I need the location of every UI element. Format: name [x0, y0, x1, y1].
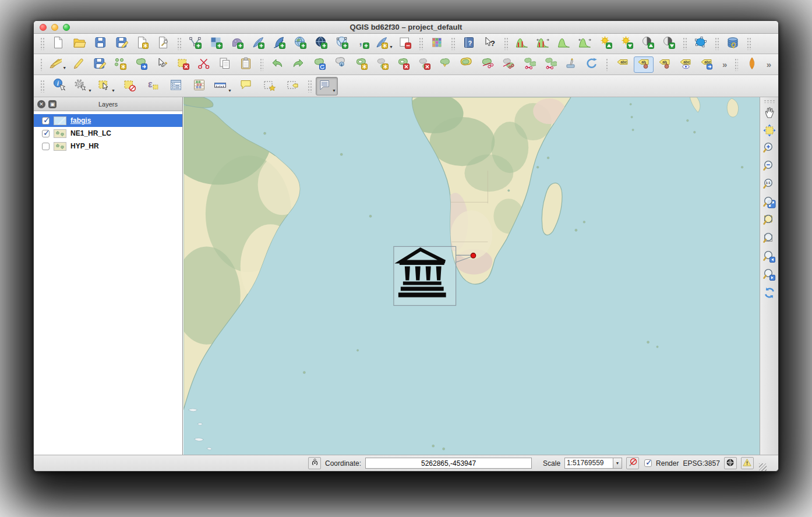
toolbar-drag-handle[interactable]	[606, 58, 609, 71]
current-edits-dropdown-icon[interactable]: ▼	[62, 66, 66, 72]
zoom-native-button[interactable]: 1:1	[761, 178, 778, 193]
measure-line-button[interactable]: ▼	[211, 77, 234, 95]
point-marker[interactable]	[471, 253, 475, 258]
save-project-as-button[interactable]	[111, 36, 131, 52]
pin-unpin-labels-button[interactable]: ab	[634, 56, 654, 73]
merge-features-button[interactable]	[519, 56, 539, 73]
zoom-next-button[interactable]	[761, 268, 778, 284]
add-raster-layer-button[interactable]	[206, 36, 226, 52]
panel-close-icon[interactable]: ✕	[37, 100, 45, 108]
toolbar-drag-handle[interactable]	[308, 80, 312, 93]
zoom-full-button[interactable]	[761, 196, 778, 211]
zoom-to-selection-button[interactable]	[761, 214, 778, 229]
delete-part-button[interactable]	[414, 56, 434, 73]
add-part-button[interactable]	[372, 56, 392, 73]
pan-map-button[interactable]	[761, 106, 778, 121]
add-feature-button[interactable]	[110, 56, 130, 73]
highlight-pinned-labels-button[interactable]: ab	[655, 56, 675, 73]
rotate-point-symbols-button[interactable]	[582, 56, 602, 73]
scale-dropdown-icon[interactable]: ▼	[613, 458, 622, 469]
zoom-out-button[interactable]	[761, 160, 778, 175]
refresh-map-button[interactable]	[761, 286, 778, 302]
scale-value[interactable]: 1:51769559	[564, 458, 613, 469]
split-features-button[interactable]	[477, 56, 497, 73]
simplify-feature-button[interactable]	[330, 56, 350, 73]
delete-selected-button[interactable]	[173, 56, 193, 73]
show-bookmarks-button[interactable]	[281, 77, 303, 95]
undo-button[interactable]	[267, 56, 287, 73]
stop-render-button[interactable]	[626, 457, 639, 469]
layer-item-fabgis[interactable]: fabgis	[34, 114, 182, 127]
add-postgis-layer-button[interactable]	[227, 36, 247, 52]
db-manager-button[interactable]: Q	[723, 36, 743, 52]
delete-ring-button[interactable]	[393, 56, 413, 73]
add-delimited-text-layer-button[interactable]: ,	[353, 36, 373, 52]
cut-features-button[interactable]	[194, 56, 214, 73]
help-contents-button[interactable]: ?	[459, 36, 479, 52]
crs-status-button[interactable]	[724, 457, 737, 469]
new-shapefile-layer-button[interactable]: ▼	[374, 36, 394, 52]
decrease-brightness-button[interactable]	[617, 36, 637, 52]
add-mssql-layer-button[interactable]	[269, 36, 289, 52]
offset-point-symbols-button[interactable]	[561, 56, 581, 73]
toolbar-drag-handle[interactable]	[683, 37, 687, 50]
run-feature-action-dropdown-icon[interactable]: ▼	[88, 88, 92, 95]
identify-features-button[interactable]: i	[48, 77, 70, 95]
new-project-button[interactable]	[48, 36, 68, 52]
paste-features-button[interactable]	[236, 56, 256, 73]
toolbar-overflow-button[interactable]: »	[763, 59, 775, 69]
toolbar-drag-handle[interactable]	[419, 37, 423, 50]
coordinate-input[interactable]	[365, 458, 532, 469]
whats-this-button[interactable]: ?	[480, 36, 500, 52]
full-histogram-stretch-button[interactable]	[533, 36, 553, 52]
increase-brightness-button[interactable]	[596, 36, 616, 52]
style-manager-button[interactable]	[427, 36, 447, 52]
remove-layer-button[interactable]	[395, 36, 415, 52]
layer-item-NE1_HR_LC[interactable]: NE1_HR_LC	[34, 127, 182, 140]
resize-grip[interactable]	[759, 463, 767, 471]
layer-visibility-checkbox[interactable]	[42, 117, 50, 125]
merge-attributes-button[interactable]	[540, 56, 560, 73]
toolbar-drag-handle[interactable]	[504, 37, 508, 50]
select-by-expression-button[interactable]: ε	[142, 77, 164, 95]
move-label-button[interactable]: abc	[697, 56, 716, 73]
copy-features-button[interactable]	[215, 56, 235, 73]
composer-manager-button[interactable]	[153, 36, 173, 52]
save-project-button[interactable]	[90, 36, 110, 52]
node-tool-button[interactable]	[152, 56, 172, 73]
label-toolbar-overflow-button[interactable]: »	[719, 59, 730, 69]
layer-labeling-options-button[interactable]: abc	[613, 56, 633, 73]
map-tips-button[interactable]	[235, 77, 257, 95]
toggle-extents-button[interactable]	[308, 457, 321, 469]
messages-button[interactable]	[741, 457, 754, 469]
layer-item-HYP_HR[interactable]: HYP_HR	[34, 140, 182, 153]
move-feature-button[interactable]	[131, 56, 151, 73]
render-checkbox[interactable]	[644, 459, 652, 467]
add-wfs-layer-button[interactable]	[332, 36, 352, 52]
pan-to-selection-button[interactable]	[761, 124, 778, 139]
panel-float-icon[interactable]: ▣	[48, 100, 57, 108]
zoom-to-layer-button[interactable]	[761, 232, 778, 247]
deselect-all-button[interactable]	[118, 77, 140, 95]
show-hide-labels-button[interactable]: abc	[676, 56, 696, 73]
open-project-button[interactable]	[69, 36, 89, 52]
text-annotation-button[interactable]: ▼	[316, 77, 338, 95]
toolbar-drag-handle[interactable]	[735, 58, 737, 71]
zoom-last-button[interactable]	[761, 250, 778, 265]
new-shapefile-layer-dropdown-icon[interactable]: ▼	[389, 45, 393, 51]
current-edits-button[interactable]: ▼	[47, 56, 67, 73]
layer-visibility-checkbox[interactable]	[42, 130, 50, 137]
add-wms-layer-button[interactable]	[290, 36, 310, 52]
add-spatialite-layer-button[interactable]	[248, 36, 268, 52]
grass-tools-button[interactable]	[742, 56, 762, 73]
measure-line-dropdown-icon[interactable]: ▼	[228, 88, 232, 95]
redo-button[interactable]	[288, 56, 308, 73]
full-cumulative-stretch-button[interactable]	[575, 36, 595, 52]
local-cumulative-stretch-button[interactable]	[554, 36, 574, 52]
map-canvas[interactable]	[183, 97, 760, 455]
add-ring-button[interactable]	[351, 56, 371, 73]
decrease-contrast-button[interactable]	[659, 36, 679, 52]
toolbar-drag-handle[interactable]	[40, 37, 44, 50]
split-parts-button[interactable]	[498, 56, 518, 73]
toolbar-drag-handle[interactable]	[177, 37, 181, 50]
